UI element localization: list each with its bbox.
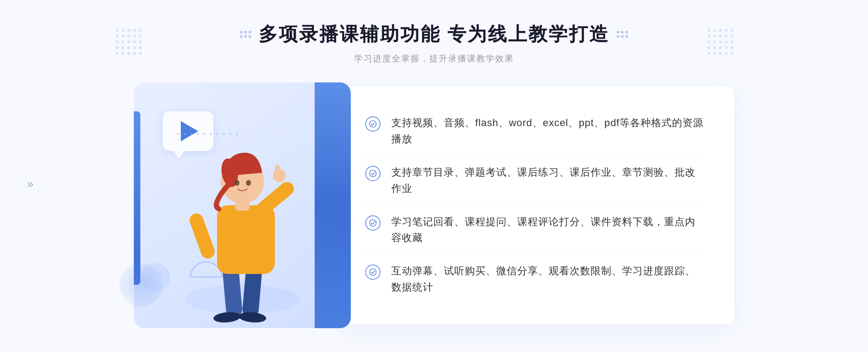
svg-line-15 — [281, 158, 289, 167]
check-icon-4 — [365, 265, 380, 280]
feature-item-2: 支持章节目录、弹题考试、课后练习、课后作业、章节测验、批改作业 — [365, 157, 705, 205]
title-deco-left — [240, 31, 251, 38]
page-container: » 多项录播课辅助功能 专为线上教学打造 学习进度全掌握，提升录播课教学效果 — [0, 0, 868, 352]
svg-point-12 — [246, 180, 251, 186]
feature-text-1: 支持视频、音频、flash、word、excel、ppt、pdf等各种格式的资源… — [391, 115, 705, 147]
blue-side-panel — [315, 82, 351, 328]
feature-item-1: 支持视频、音频、flash、word、excel、ppt、pdf等各种格式的资源… — [365, 108, 705, 155]
feature-text-2: 支持章节目录、弹题考试、课后练习、课后作业、章节测验、批改作业 — [391, 164, 705, 197]
subtitle: 学习进度全掌握，提升录播课教学效果 — [240, 53, 628, 64]
illustration-container — [134, 82, 351, 328]
character-illustration — [174, 126, 311, 328]
main-title: 多项录播课辅助功能 专为线上教学打造 — [259, 22, 609, 47]
svg-point-11 — [234, 180, 239, 186]
header-decorators: 多项录播课辅助功能 专为线上教学打造 — [240, 22, 628, 47]
header-section: 多项录播课辅助功能 专为线上教学打造 学习进度全掌握，提升录播课教学效果 — [240, 0, 628, 72]
feature-item-4: 互动弹幕、试听购买、微信分享、观看次数限制、学习进度跟踪、数据统计 — [365, 256, 705, 303]
svg-rect-7 — [188, 211, 217, 260]
svg-point-19 — [370, 219, 376, 226]
feature-text-4: 互动弹幕、试听购买、微信分享、观看次数限制、学习进度跟踪、数据统计 — [391, 263, 705, 296]
svg-rect-14 — [275, 165, 280, 179]
check-icon-2 — [365, 166, 380, 181]
title-deco-right — [617, 31, 628, 38]
features-panel: 支持视频、音频、flash、word、excel、ppt、pdf等各种格式的资源… — [336, 86, 734, 325]
decorative-circle-2 — [141, 263, 170, 292]
svg-point-20 — [370, 269, 376, 275]
check-icon-3 — [365, 215, 380, 231]
feature-text-3: 学习笔记回看、课程提问、课程评论打分、课件资料下载，重点内容收藏 — [391, 214, 705, 246]
svg-point-0 — [184, 285, 300, 314]
check-icon-1 — [365, 116, 380, 132]
svg-point-18 — [370, 170, 376, 177]
decorator-dots-left — [116, 29, 142, 56]
main-content: 支持视频、音频、flash、word、excel、ppt、pdf等各种格式的资源… — [0, 82, 868, 328]
side-blue-bar — [134, 111, 140, 285]
feature-item-3: 学习笔记回看、课程提问、课程评论打分、课件资料下载，重点内容收藏 — [365, 207, 705, 254]
decorator-dots-right — [707, 29, 734, 56]
svg-point-17 — [370, 121, 376, 127]
